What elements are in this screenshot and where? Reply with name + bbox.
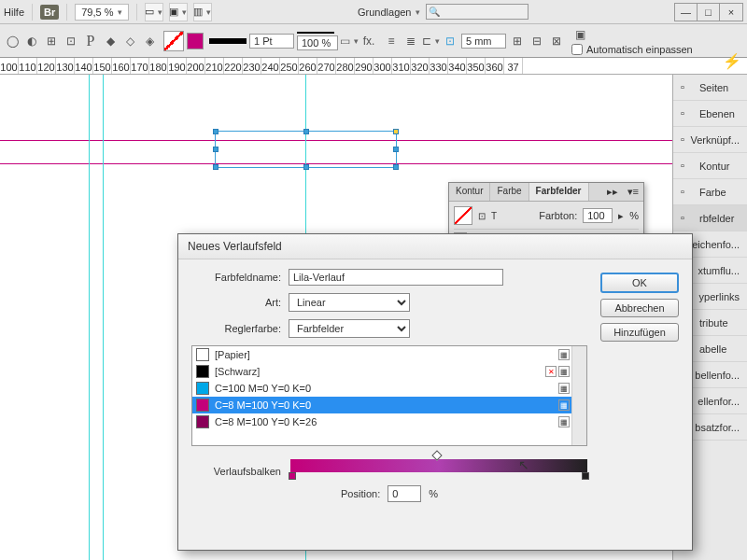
swatch-row[interactable]: [Papier]▦◩	[192, 346, 586, 363]
minimize-button[interactable]: —	[675, 4, 698, 21]
swatch-chip	[196, 365, 209, 378]
stop-color-select[interactable]: Farbfelder	[289, 319, 410, 338]
gpu-icon[interactable]: ⚡	[723, 52, 741, 70]
panel-icon: ▫	[681, 133, 684, 147]
wrap-icon[interactable]: ⊏	[422, 33, 439, 49]
gradient-stop[interactable]	[289, 472, 296, 480]
panel-collapse-icon[interactable]: ▸▸	[602, 183, 623, 201]
autofit-checkbox[interactable]: Automatisch einpassen	[571, 44, 693, 55]
fit-icon[interactable]: ⊞	[509, 33, 526, 49]
position-input[interactable]	[388, 485, 421, 502]
arrange-icon[interactable]: ▥	[193, 3, 212, 21]
swatch-chip	[196, 348, 209, 361]
fill-proxy[interactable]	[454, 206, 472, 225]
swatch-row[interactable]: C=8 M=100 Y=0 K=26▦◩	[192, 413, 586, 430]
gradient-ramp[interactable]	[290, 459, 587, 472]
swatch-name-input[interactable]	[289, 269, 503, 286]
window-controls: — □ ×	[674, 3, 743, 21]
panel-tabs: Kontur Farbe Farbfelder ▸▸ ▾≡	[449, 183, 643, 202]
panel-icon: ▫	[681, 186, 694, 199]
panel-icon: ▫	[681, 81, 694, 94]
close-button[interactable]: ×	[720, 4, 742, 21]
gradient-type-select[interactable]: Linear	[289, 293, 410, 312]
tool-icon[interactable]: ⊞	[43, 33, 60, 49]
name-label: Farbfeldname:	[191, 272, 281, 283]
tab-farbfelder[interactable]: Farbfelder	[529, 183, 589, 201]
stroke-swatch[interactable]	[187, 33, 204, 49]
gradient-midpoint[interactable]	[431, 450, 442, 460]
tint-input[interactable]	[583, 208, 613, 223]
swatch-row[interactable]: C=8 M=100 Y=0 K=0▦◩	[192, 397, 586, 413]
screen-mode-icon[interactable]: ▣	[169, 3, 188, 21]
color-type-icon: ▦	[558, 383, 570, 394]
panel-menu-icon[interactable]: ▾≡	[623, 183, 643, 201]
top-menu-bar: Hilfe Br 79,5 % ▭ ▣ ▥ Grundlagen — □ ×	[0, 0, 747, 24]
add-button[interactable]: Hinzufügen	[600, 323, 679, 342]
fit-icon[interactable]: ▣	[571, 26, 588, 43]
tab-farbe[interactable]: Farbe	[490, 183, 529, 201]
paragraph-icon[interactable]: P	[82, 33, 99, 49]
guide[interactable]	[89, 75, 90, 560]
align-icon[interactable]: ≡	[383, 33, 400, 49]
cap-icon[interactable]: ▭	[341, 33, 358, 49]
line-style[interactable]	[297, 32, 334, 34]
container-icon[interactable]: ⊡	[478, 211, 486, 221]
guide[interactable]	[103, 75, 104, 560]
fit-icon[interactable]: ⊠	[548, 33, 565, 49]
fx-icon[interactable]: fx.	[360, 33, 377, 49]
zoom-dropdown[interactable]: 79,5 %	[75, 4, 128, 21]
tool-icon[interactable]: ◐	[23, 33, 40, 49]
stroke-weight-input[interactable]	[249, 34, 294, 49]
sidebar-item[interactable]: ▫Seiten	[673, 75, 747, 101]
color-type-icon: ▦	[558, 416, 570, 427]
cancel-button[interactable]: Abbrechen	[600, 299, 679, 317]
offset-input[interactable]	[461, 34, 506, 49]
color-type-icon: ▦	[558, 366, 570, 377]
sidebar-item[interactable]: ▫Ebenen	[673, 101, 747, 127]
help-menu[interactable]: Hilfe	[4, 7, 24, 18]
new-gradient-dialog: Neues Verlaufsfeld Farbfeldname: Art: Li…	[177, 233, 693, 551]
tool-icon[interactable]: ◇	[121, 33, 138, 49]
sidebar-item[interactable]: ▫rbfelder	[673, 205, 747, 231]
color-type-icon: ▦	[558, 349, 570, 360]
ok-button[interactable]: OK	[600, 273, 679, 293]
scrollbar[interactable]	[571, 346, 586, 445]
ramp-label: Verlaufsbalken	[191, 466, 281, 477]
dialog-title: Neues Verlaufsfeld	[178, 234, 692, 259]
tool-icon[interactable]: ◯	[4, 33, 21, 49]
sidebar-item[interactable]: ▫Farbe	[673, 179, 747, 205]
align-icon[interactable]: ≣	[402, 33, 419, 49]
frame-icon[interactable]: ⊡	[442, 33, 458, 49]
color-type-icon: ▦	[558, 399, 570, 411]
bridge-button[interactable]: Br	[40, 5, 59, 20]
tool-icon[interactable]: ◆	[102, 33, 119, 49]
gradient-stop[interactable]	[582, 472, 589, 480]
view-options-icon[interactable]: ▭	[145, 3, 163, 21]
tab-kontur[interactable]: Kontur	[449, 183, 490, 201]
workspace-switcher[interactable]: Grundlagen	[358, 7, 420, 18]
swatch-row[interactable]: C=100 M=0 Y=0 K=0▦◩	[192, 380, 586, 397]
position-label: Position:	[341, 488, 380, 499]
swatch-row[interactable]: [Schwarz]✕▦◩	[192, 363, 586, 380]
control-panel: ◯ ◐ ⊞ ⊡ P ◆ ◇ ◈ ▭ fx. ≡ ≣ ⊏ ⊡ ⊞ ⊟ ⊠ ▣ Au…	[0, 24, 747, 58]
fill-swatch[interactable]	[163, 31, 184, 51]
swatch-chip	[196, 382, 209, 395]
fit-icon[interactable]: ⊟	[529, 33, 545, 49]
tool-icon[interactable]: ⊡	[63, 33, 79, 49]
text-icon[interactable]: T	[491, 211, 497, 221]
selected-frame[interactable]	[215, 131, 397, 168]
swatch-list[interactable]: [Papier]▦◩[Schwarz]✕▦◩C=100 M=0 Y=0 K=0▦…	[191, 345, 587, 446]
tool-icon[interactable]: ◈	[141, 33, 158, 49]
tint-label: Farbton:	[539, 210, 577, 221]
percent-input[interactable]	[297, 35, 338, 50]
search-input[interactable]	[426, 4, 529, 20]
maximize-button[interactable]: □	[698, 4, 720, 21]
panel-icon: ▫	[681, 160, 694, 173]
panel-icon: ▫	[681, 107, 694, 120]
sidebar-item[interactable]: ▫Verknüpf...	[673, 127, 747, 153]
horizontal-ruler: 1001101201301401501601701801902002102202…	[0, 58, 747, 75]
tint-slider-icon[interactable]: ▸	[618, 210, 624, 222]
swatch-chip	[196, 399, 209, 412]
stopcolor-label: Reglerfarbe:	[191, 323, 281, 334]
sidebar-item[interactable]: ▫Kontur	[673, 153, 747, 179]
